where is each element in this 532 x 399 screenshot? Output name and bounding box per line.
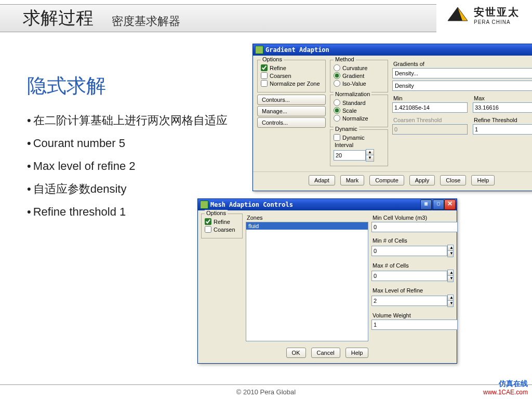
- volume-weight-input[interactable]: [371, 320, 458, 330]
- logo-text-cn: 安世亚太: [474, 5, 520, 19]
- standard-radio[interactable]: Standard: [334, 99, 384, 106]
- chevron-up-icon: ▲: [448, 270, 454, 276]
- app-icon: [255, 46, 263, 54]
- coarsen-checkbox[interactable]: Coarsen: [205, 226, 239, 233]
- bullet-item: 自适应参数density: [27, 178, 228, 201]
- max-cells-input[interactable]: [371, 271, 447, 281]
- list-item[interactable]: fluid: [246, 222, 368, 230]
- dynamic-group: Dynamic Dynamic Interval ▲▼: [330, 129, 388, 166]
- bullet-item: Max level of refine 2: [27, 155, 228, 178]
- logo-icon: [447, 6, 469, 24]
- slide-title: 求解过程: [23, 6, 94, 30]
- slide: 求解过程 密度基求解器 安世亚太 PERA CHINA 隐式求解 在二阶计算基础…: [0, 0, 532, 399]
- logo: 安世亚太 PERA CHINA: [447, 5, 520, 25]
- refine-threshold-label: Refine Threshold: [474, 117, 532, 123]
- ok-button[interactable]: OK: [286, 348, 306, 358]
- curvature-radio[interactable]: Curvature: [334, 64, 384, 71]
- interval-label: Interval: [335, 142, 384, 148]
- bullet-item: 在二阶计算基础上进行两次网格自适应: [27, 109, 228, 132]
- spinner[interactable]: ▲▼: [447, 295, 454, 307]
- select-none-icon[interactable]: ▢: [433, 200, 444, 210]
- chevron-down-icon: ▼: [448, 251, 454, 256]
- app-icon: [200, 201, 208, 209]
- zones-label: Zones: [247, 215, 368, 221]
- titlebar[interactable]: Mesh Adaption Controls ▦ ▢ ✕: [198, 199, 457, 210]
- logo-text-en: PERA CHINA: [474, 19, 520, 25]
- mark-button[interactable]: Mark: [340, 175, 364, 185]
- titlebar[interactable]: Gradient Adaption ✕: [253, 44, 532, 56]
- dynamic-checkbox[interactable]: Dynamic: [334, 134, 384, 141]
- iso-value-radio[interactable]: Iso-Value: [334, 80, 384, 87]
- interval-spinner[interactable]: ▲▼: [366, 149, 374, 162]
- chevron-down-icon: ▼: [448, 276, 454, 281]
- min-label: Min: [393, 95, 463, 101]
- watermark-line1: 仿真在线: [483, 379, 528, 389]
- max-cells-label: Max # of Cells: [373, 262, 454, 269]
- select-all-icon[interactable]: ▦: [420, 200, 432, 210]
- spinner[interactable]: ▲▼: [447, 270, 454, 282]
- refine-checkbox[interactable]: Refine: [205, 218, 239, 225]
- normalization-group: Normalization Standard Scale Normalize: [330, 95, 388, 127]
- max-input[interactable]: [473, 102, 532, 113]
- normalize-radio[interactable]: Normalize: [334, 115, 384, 122]
- apply-button[interactable]: Apply: [409, 175, 435, 185]
- chevron-up-icon: ▲: [448, 245, 454, 251]
- min-cells-label: Min # of Cells: [373, 237, 454, 244]
- coarsen-threshold-input: [392, 124, 468, 135]
- options-group: Options Refine Coarsen Normalize per Zon…: [257, 60, 326, 92]
- dialog-title: Gradient Adaption: [265, 46, 329, 54]
- group-label: Dynamic: [334, 126, 359, 132]
- help-button[interactable]: Help: [345, 348, 369, 358]
- gradients-of-label: Gradients of: [393, 61, 532, 67]
- interval-input[interactable]: [334, 150, 366, 161]
- spinner[interactable]: ▲▼: [447, 245, 454, 257]
- group-label: Method: [334, 56, 356, 62]
- zones-list[interactable]: fluid: [246, 222, 368, 341]
- max-label: Max: [474, 95, 532, 101]
- group-label: Normalization: [334, 91, 371, 97]
- dialog-title: Mesh Adaption Controls: [210, 201, 293, 208]
- watermark-line2: www.1CAE.com: [483, 389, 528, 396]
- min-cells-input[interactable]: [371, 246, 447, 256]
- scale-radio[interactable]: Scale: [334, 107, 384, 114]
- max-level-refine-label: Max Level of Refine: [373, 287, 454, 294]
- footer-text: © 2010 Pera Global: [0, 384, 532, 396]
- coarsen-threshold-label: Coarsen Threshold: [393, 117, 463, 123]
- max-level-refine-input[interactable]: [371, 296, 447, 306]
- adapt-button[interactable]: Adapt: [309, 175, 335, 185]
- manage-button[interactable]: Manage...: [257, 106, 326, 116]
- bullet-item: Courant number 5: [27, 132, 228, 155]
- chevron-down-icon: ▼: [448, 301, 454, 306]
- options-group: Options Refine Coarsen: [201, 214, 243, 238]
- gradients-of-select-1[interactable]: Density...: [392, 68, 532, 78]
- gradients-of-select-2[interactable]: Density: [392, 81, 532, 91]
- group-label: Options: [205, 210, 228, 216]
- compute-button[interactable]: Compute: [369, 175, 404, 185]
- mesh-adaption-controls-dialog: Mesh Adaption Controls ▦ ▢ ✕ Options Ref…: [197, 198, 457, 364]
- gradient-adaption-dialog: Gradient Adaption ✕ Options Refine Coars…: [252, 44, 532, 191]
- chevron-up-icon: ▲: [366, 150, 374, 155]
- volume-weight-label: Volume Weight: [373, 312, 454, 318]
- section-heading: 隐式求解: [27, 73, 106, 99]
- normalize-per-zone-checkbox[interactable]: Normalize per Zone: [261, 80, 322, 87]
- refine-checkbox[interactable]: Refine: [261, 64, 322, 71]
- close-button[interactable]: Close: [440, 175, 466, 185]
- close-icon[interactable]: ✕: [444, 200, 456, 210]
- min-cell-volume-input[interactable]: [371, 222, 458, 232]
- refine-threshold-input[interactable]: [473, 124, 532, 135]
- cancel-button[interactable]: Cancel: [311, 348, 340, 358]
- watermark: 仿真在线 www.1CAE.com: [483, 379, 528, 396]
- method-group: Method Curvature Gradient Iso-Value: [330, 60, 388, 92]
- controls-button[interactable]: Controls...: [257, 117, 326, 128]
- coarsen-checkbox[interactable]: Coarsen: [261, 72, 322, 79]
- chevron-up-icon: ▲: [448, 295, 454, 301]
- group-label: Options: [261, 56, 284, 62]
- chevron-down-icon: ▼: [366, 155, 374, 161]
- slide-subtitle: 密度基求解器: [112, 14, 180, 29]
- gradient-radio[interactable]: Gradient: [334, 72, 384, 79]
- min-cell-volume-label: Min Cell Volume (m3): [373, 215, 454, 221]
- contours-button[interactable]: Contours...: [257, 95, 326, 105]
- help-button[interactable]: Help: [471, 175, 495, 185]
- min-input[interactable]: [392, 102, 468, 113]
